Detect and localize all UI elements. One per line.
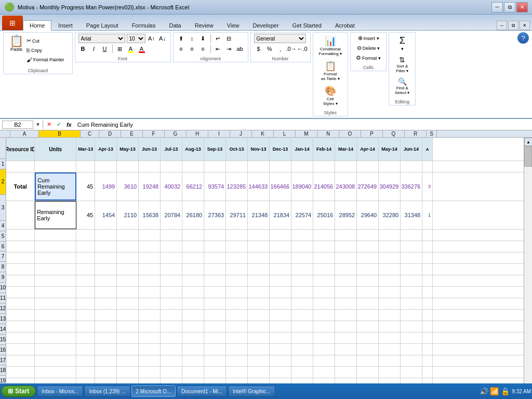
cell-C1[interactable]: [76, 161, 95, 172]
cell-C9[interactable]: [76, 287, 95, 298]
cell-E15[interactable]: [117, 355, 139, 366]
sum-button[interactable]: Σ ▾: [395, 34, 409, 53]
cell-M3[interactable]: 22574: [291, 201, 313, 229]
find-select-button[interactable]: 🔍 Find &Select ▾: [392, 76, 412, 97]
cell-E16[interactable]: [117, 367, 139, 378]
cell-K7[interactable]: [248, 264, 270, 275]
cell-G7[interactable]: [161, 264, 182, 275]
cell-L1[interactable]: [270, 161, 291, 172]
tab-formulas[interactable]: Formulas: [125, 20, 163, 30]
restore-button[interactable]: ⧉: [504, 2, 515, 12]
cell-N7[interactable]: [313, 264, 335, 275]
cell-P3[interactable]: 29640: [357, 201, 379, 229]
cell-C12[interactable]: [76, 321, 95, 332]
cell-D14[interactable]: [95, 344, 117, 355]
row-num-17[interactable]: 17: [0, 355, 6, 366]
cell-N14[interactable]: [313, 344, 335, 355]
cell-G12[interactable]: [161, 321, 182, 332]
cell-I11[interactable]: [204, 310, 226, 321]
cell-O1[interactable]: [335, 161, 357, 172]
cell-F7[interactable]: [139, 264, 161, 275]
cell-F3[interactable]: 15638: [139, 201, 161, 229]
cell-P8[interactable]: [357, 275, 379, 286]
cell-L11[interactable]: [270, 310, 291, 321]
cell-S13[interactable]: [422, 332, 433, 343]
cell-Q8[interactable]: [379, 275, 401, 286]
cell-J12[interactable]: [226, 321, 248, 332]
cell-L3[interactable]: 21834: [270, 201, 291, 229]
cell-I2[interactable]: 93574: [204, 172, 226, 201]
cell-J10[interactable]: [226, 298, 248, 309]
cell-styles-button[interactable]: 🎨 CellStyles ▾: [321, 84, 340, 108]
cell-I15[interactable]: [204, 355, 226, 366]
tab-insert[interactable]: Insert: [51, 20, 79, 30]
cell-D11[interactable]: [95, 310, 117, 321]
cell-L2[interactable]: 166466: [270, 172, 291, 201]
cell-G4[interactable]: [161, 230, 182, 241]
taskbar-item-intel[interactable]: Intel® Graphic...: [228, 385, 275, 397]
cell-G1[interactable]: [161, 161, 182, 172]
col-header-L[interactable]: L: [274, 130, 296, 137]
cell-O14[interactable]: [335, 344, 357, 355]
cell-A-header[interactable]: Resource ID: [6, 138, 35, 161]
conditional-formatting-button[interactable]: 📊 ConditionalFormatting ▾: [316, 34, 344, 58]
fill-color-button[interactable]: A: [126, 44, 136, 54]
cell-B2[interactable]: Cum Remaining Early: [35, 172, 76, 201]
cell-Q15[interactable]: [379, 355, 401, 366]
cell-M6[interactable]: [291, 252, 313, 263]
cell-N8[interactable]: [313, 275, 335, 286]
cell-K9[interactable]: [248, 287, 270, 298]
cell-R11[interactable]: [401, 310, 422, 321]
cell-P7[interactable]: [357, 264, 379, 275]
tab-home[interactable]: Home: [23, 20, 51, 31]
cell-R7[interactable]: [401, 264, 422, 275]
cell-L12[interactable]: [270, 321, 291, 332]
cell-E1[interactable]: [117, 161, 139, 172]
cell-R2[interactable]: 336276: [401, 172, 422, 201]
taskbar-item-inbox2[interactable]: Inbox (1,239) ...: [84, 385, 130, 397]
cell-P6[interactable]: [357, 252, 379, 263]
cell-Q13[interactable]: [379, 332, 401, 343]
cell-L16[interactable]: [270, 367, 291, 378]
format-painter-button[interactable]: 🖌Format Painter: [24, 56, 66, 64]
cell-P1[interactable]: [357, 161, 379, 172]
cell-M10[interactable]: [291, 298, 313, 309]
cell-L14[interactable]: [270, 344, 291, 355]
cell-S-header[interactable]: A: [422, 138, 433, 161]
cell-D4[interactable]: [95, 230, 117, 241]
taskbar-item-word[interactable]: Document1 - Mi...: [177, 385, 227, 397]
cell-A1[interactable]: [6, 161, 35, 172]
col-header-N[interactable]: N: [317, 130, 339, 137]
decrease-decimal-button[interactable]: ←.0: [298, 44, 307, 54]
row-num-empty[interactable]: [0, 138, 6, 159]
cell-A8[interactable]: [6, 275, 35, 286]
cell-I9[interactable]: [204, 287, 226, 298]
cell-C5[interactable]: [76, 241, 95, 252]
cell-I10[interactable]: [204, 298, 226, 309]
row-num-14[interactable]: 14: [0, 324, 6, 335]
cell-H2[interactable]: 66212: [182, 172, 204, 201]
align-bottom-button[interactable]: ⬇: [198, 34, 208, 43]
cell-L6[interactable]: [270, 252, 291, 263]
cell-R3[interactable]: 31348: [401, 201, 422, 229]
cell-C14[interactable]: [76, 344, 95, 355]
cell-P15[interactable]: [357, 355, 379, 366]
cell-S5[interactable]: [422, 241, 433, 252]
cell-R16[interactable]: [401, 367, 422, 378]
cell-D5[interactable]: [95, 241, 117, 252]
cell-N12[interactable]: [313, 321, 335, 332]
col-header-O[interactable]: O: [339, 130, 361, 137]
cell-K14[interactable]: [248, 344, 270, 355]
cell-M7[interactable]: [291, 264, 313, 275]
cell-A7[interactable]: [6, 264, 35, 275]
cell-B9[interactable]: [35, 287, 76, 298]
cell-N3[interactable]: 25016: [313, 201, 335, 229]
cell-F8[interactable]: [139, 275, 161, 286]
cell-S4[interactable]: [422, 230, 433, 241]
cell-C15[interactable]: [76, 355, 95, 366]
cell-H3[interactable]: 26180: [182, 201, 204, 229]
cell-F11[interactable]: [139, 310, 161, 321]
cell-H14[interactable]: [182, 344, 204, 355]
cell-P9[interactable]: [357, 287, 379, 298]
cell-G10[interactable]: [161, 298, 182, 309]
